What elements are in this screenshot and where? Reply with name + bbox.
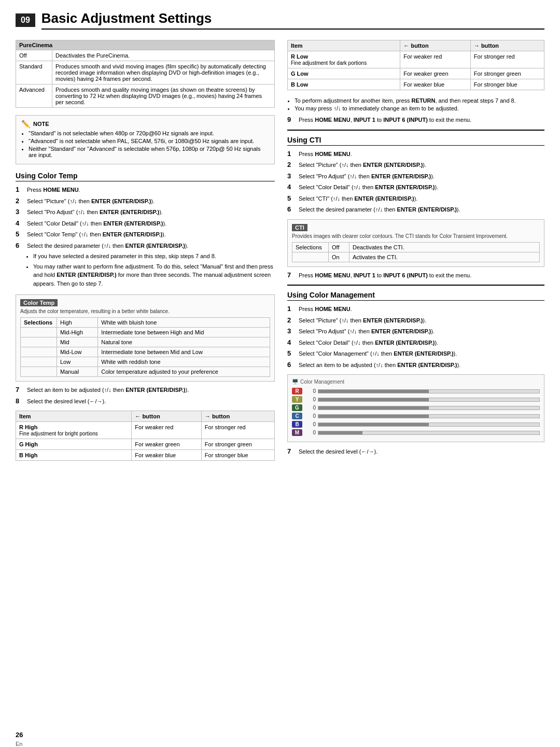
step-cti-7: 7 Press HOME MENU, INPUT 1 to INPUT 6 (I…: [287, 271, 544, 280]
bar-label-b: B: [292, 421, 302, 428]
color-bar-b: B 0: [292, 421, 540, 428]
g-high-left: For weaker green: [132, 439, 202, 450]
bar-track-g: [318, 406, 540, 410]
step-ct-1: 1 Press HOME MENU.: [16, 186, 275, 194]
cti-description: Provides images with clearer color conto…: [292, 233, 540, 239]
color-temp-box: Color Temp Adjusts the color temperature…: [16, 294, 275, 382]
item-b-low: B Low For weaker blue For stronger blue: [288, 79, 544, 90]
bar-track-m: [318, 431, 540, 435]
ct-row-midhigh: Mid-High Intermediate tone between High …: [21, 328, 270, 337]
left-column: PureCinema Off Deactivates the PureCinem…: [16, 40, 275, 468]
step-cm-7: 7 Select the desired level (←/→).: [287, 447, 544, 456]
cti-desc-off: Deactivates the CTI.: [349, 242, 540, 252]
pure-cinema-row-advanced: Advanced Produces smooth and quality mov…: [16, 84, 275, 108]
description-standard: Produces smooth and vivid moving images …: [52, 61, 275, 84]
pure-cinema-header-row: PureCinema: [16, 40, 275, 50]
col-item: Item: [16, 411, 132, 422]
bar-label-c: C: [292, 413, 302, 419]
ct-desc-midhigh: Intermediate tone between High and Mid: [98, 328, 270, 337]
color-temp-description: Adjusts the color temperature, resulting…: [20, 308, 270, 314]
b-high-label: B High: [16, 450, 132, 461]
bar-fill-b: [318, 423, 429, 426]
cti-step7: 7 Press HOME MENU, INPUT 1 to INPUT 6 (I…: [287, 271, 544, 280]
col-left-btn: ← button: [132, 411, 202, 422]
right-bullets: To perform adjustment for another item, …: [287, 97, 544, 111]
col-right-btn: → button: [201, 411, 274, 422]
r-high-right: For stronger red: [201, 422, 274, 439]
cti-selections-label: Selections: [292, 242, 329, 252]
bar-value-r: 0: [305, 388, 316, 394]
ct-sel-high-val: High: [57, 318, 98, 328]
step-cti-5: 5 Select "CTI" (↑/↓ then ENTER (ENTER/DI…: [287, 194, 544, 203]
step-9: 9 Press HOME MENU, INPUT 1 to INPUT 6 (I…: [287, 116, 544, 124]
color-bar-y: Y 0: [292, 396, 540, 403]
step-cm-3: 3 Select "Pro Adjust" (↑/↓ then ENTER (E…: [287, 327, 544, 336]
pure-cinema-table: PureCinema Off Deactivates the PureCinem…: [16, 40, 275, 108]
color-mgmt-box: 🖥️ Color Management R 0 Y 0: [287, 374, 544, 442]
r-high-left: For weaker red: [132, 422, 202, 439]
item-g-high: G High For weaker green For stronger gre…: [16, 439, 275, 450]
ct-sel-mid: Mid: [57, 337, 98, 347]
selection-advanced: Advanced: [19, 87, 45, 93]
ct-sel-high: Selections: [21, 318, 57, 328]
item-table-right: Item ← button → button R LowFine adjustm…: [287, 40, 544, 90]
ct-sel-midlow: Mid-Low: [57, 347, 98, 357]
color-bar-c: C 0: [292, 413, 540, 419]
item-r-low: R LowFine adjustment for dark portions F…: [288, 51, 544, 68]
item-table-left-header: Item ← button → button: [16, 411, 275, 422]
bar-label-y: Y: [292, 396, 302, 403]
step-9-list: 9 Press HOME MENU, INPUT 1 to INPUT 6 (I…: [287, 116, 544, 124]
page-lang: En: [16, 741, 22, 747]
item-r-high: R HighFine adjustment for bright portion…: [16, 422, 275, 439]
note-item-2: "Advanced" is not selectable when PAL, S…: [29, 138, 269, 144]
bar-track-c: [318, 414, 540, 418]
bar-track-b: [318, 422, 540, 427]
page-title: Basic Adjustment Settings: [41, 10, 544, 30]
item-b-high: B High For weaker blue For stronger blue: [16, 450, 275, 461]
note-title: ✏️ NOTE: [21, 120, 269, 128]
ct-sel-low: Low: [57, 357, 98, 367]
step-cti-3: 3 Select "Pro Adjust" (↑/↓ then ENTER (E…: [287, 172, 544, 181]
note-label: NOTE: [33, 121, 49, 127]
ct-row-midlow: Mid-Low Intermediate tone between Mid an…: [21, 347, 270, 357]
ct-sel-manual: Manual: [57, 367, 98, 377]
color-mgmt-step7: 7 Select the desired level (←/→).: [287, 447, 544, 456]
note-item-3: Neither "Standard" nor "Advanced" is sel…: [29, 146, 269, 158]
step-ct-6: 6 Select the desired parameter (↑/↓ then…: [16, 242, 275, 290]
color-bar-g: G 0: [292, 404, 540, 411]
color-temp-heading: Using Color Temp: [16, 172, 275, 181]
cti-row-off: Selections Off Deactivates the CTI.: [292, 242, 540, 252]
ct-desc-low: White with reddish tone: [98, 357, 270, 367]
bar-fill-c: [318, 415, 429, 418]
ct-row-mid: Mid Natural tone: [21, 337, 270, 347]
cti-steps: 1 Press HOME MENU. 2 Select "Picture" (↑…: [287, 150, 544, 214]
ct-sel-midhigh: Mid-High: [57, 328, 98, 337]
step-ct-6-subs: If you have selected a desired parameter…: [27, 252, 275, 288]
cti-desc-on: Activates the CTI.: [349, 252, 540, 262]
right-bullet-2: You may press ↑/↓ to immediately change …: [295, 105, 544, 111]
step-ct-2: 2 Select "Picture" (↑/↓ then ENTER (ENTE…: [16, 197, 275, 206]
step-cm-1: 1 Press HOME MENU.: [287, 305, 544, 314]
r-low-left: For weaker red: [400, 51, 470, 68]
step-cm-7-text: Select the desired level (←/→).: [299, 447, 544, 456]
step-ct-6-sub1: If you have selected a desired parameter…: [33, 252, 275, 261]
step-cm-6: 6 Select an item to be adjusted (↑/↓ the…: [287, 361, 544, 370]
color-temp-steps-78: 7 Select an item to be adjusted (↑/↓ the…: [16, 386, 275, 405]
cti-heading: Using CTI: [287, 136, 544, 146]
step-cm-5: 5 Select "Color Management" (↑/↓ then EN…: [287, 349, 544, 358]
bar-fill-y: [318, 398, 429, 401]
step-ct-7: 7 Select an item to be adjusted (↑/↓ the…: [16, 386, 275, 394]
step-cti-2: 2 Select "Picture" (↑/↓ then ENTER (ENTE…: [287, 161, 544, 170]
bar-track-r: [318, 389, 540, 393]
step-cti-6: 6 Select the desired parameter (↑/↓ then…: [287, 205, 544, 214]
step-cm-2: 2 Select "Picture" (↑/↓ then ENTER (ENTE…: [287, 316, 544, 325]
ct-desc-mid: Natural tone: [98, 337, 270, 347]
bar-fill-g: [318, 406, 429, 410]
r-low-label: R LowFine adjustment for dark portions: [288, 51, 400, 68]
description-off: Deactivates the PureCinema.: [52, 50, 275, 61]
col-left-btn-r: ← button: [400, 40, 470, 51]
ct-row-low: Low White with reddish tone: [21, 357, 270, 367]
right-bullet-1: To perform adjustment for another item, …: [295, 97, 544, 104]
cti-row-on: On Activates the CTI.: [292, 252, 540, 262]
bar-value-m: 0: [305, 430, 316, 435]
